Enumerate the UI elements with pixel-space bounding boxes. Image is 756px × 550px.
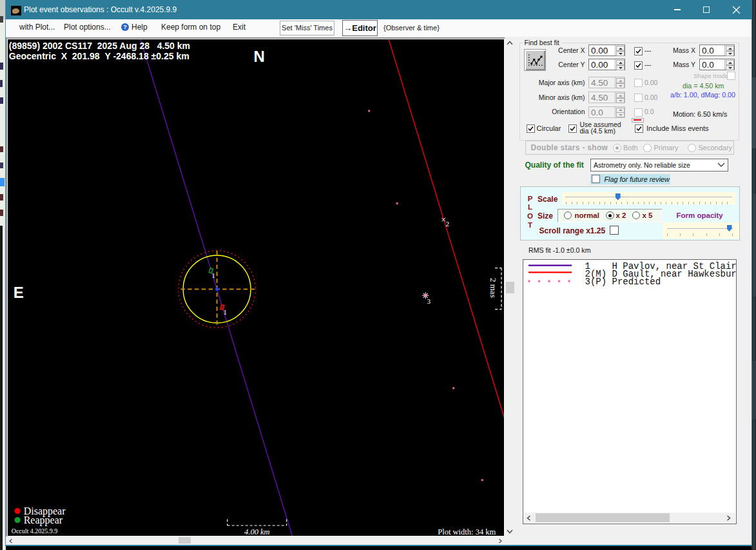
svg-text:Occult 4.2025.9.9: Occult 4.2025.9.9	[12, 527, 58, 535]
svg-text:Plot width: 34 km: Plot width: 34 km	[438, 527, 496, 536]
svg-text:N: N	[254, 48, 265, 65]
svg-text:(89859) 2002 CS117 2025 Aug 2: (89859) 2002 CS117 2025 Aug 28 4.50 km	[9, 41, 190, 51]
svg-text:1: 1	[224, 308, 228, 316]
svg-text:E: E	[14, 284, 24, 301]
svg-text:4.00 km: 4.00 km	[244, 527, 270, 536]
svg-text:Reappear: Reappear	[24, 515, 63, 526]
svg-text:2: 2	[446, 220, 450, 228]
svg-text:Geocentric X 201.98 Y -2468: Geocentric X 201.98 Y -2468.18 ±0.25 km	[9, 51, 189, 61]
svg-text:2 mas: 2 mas	[489, 278, 498, 298]
svg-text:3: 3	[427, 297, 431, 305]
svg-text:1: 1	[212, 271, 216, 279]
